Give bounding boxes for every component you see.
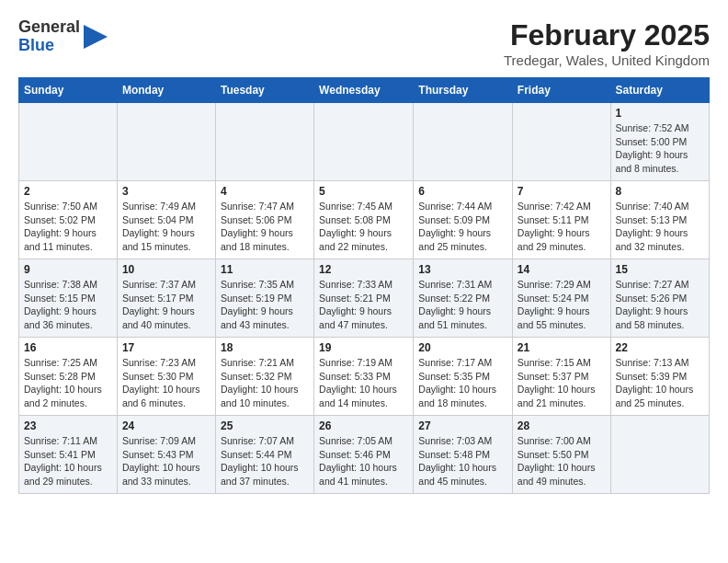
- calendar-cell: 8Sunrise: 7:40 AM Sunset: 5:13 PM Daylig…: [610, 181, 709, 259]
- day-info: Sunrise: 7:35 AM Sunset: 5:19 PM Dayligh…: [221, 278, 309, 332]
- weekday-header-friday: Friday: [512, 78, 610, 103]
- logo-general: General: [18, 17, 80, 36]
- day-info: Sunrise: 7:42 AM Sunset: 5:11 PM Dayligh…: [518, 200, 606, 254]
- logo-blue: Blue: [18, 36, 54, 54]
- calendar-cell: [512, 103, 610, 181]
- day-info: Sunrise: 7:49 AM Sunset: 5:04 PM Dayligh…: [122, 200, 210, 254]
- day-info: Sunrise: 7:17 AM Sunset: 5:35 PM Dayligh…: [418, 356, 507, 410]
- calendar-cell: 18Sunrise: 7:21 AM Sunset: 5:32 PM Dayli…: [215, 338, 313, 416]
- day-number: 11: [221, 263, 309, 276]
- calendar-cell: [19, 103, 118, 181]
- calendar-cell: 26Sunrise: 7:05 AM Sunset: 5:46 PM Dayli…: [314, 416, 414, 494]
- day-info: Sunrise: 7:44 AM Sunset: 5:09 PM Dayligh…: [418, 200, 507, 254]
- day-info: Sunrise: 7:31 AM Sunset: 5:22 PM Dayligh…: [418, 278, 507, 332]
- month-year: February 2025: [504, 18, 710, 52]
- day-info: Sunrise: 7:38 AM Sunset: 5:15 PM Dayligh…: [24, 278, 112, 332]
- day-number: 14: [518, 263, 606, 276]
- day-info: Sunrise: 7:07 AM Sunset: 5:44 PM Dayligh…: [221, 434, 309, 488]
- calendar-cell: 20Sunrise: 7:17 AM Sunset: 5:35 PM Dayli…: [414, 338, 513, 416]
- calendar-cell: 13Sunrise: 7:31 AM Sunset: 5:22 PM Dayli…: [414, 259, 513, 338]
- day-number: 20: [418, 341, 507, 354]
- week-row-3: 9Sunrise: 7:38 AM Sunset: 5:15 PM Daylig…: [19, 259, 710, 338]
- calendar-cell: 9Sunrise: 7:38 AM Sunset: 5:15 PM Daylig…: [19, 259, 118, 338]
- day-info: Sunrise: 7:09 AM Sunset: 5:43 PM Dayligh…: [122, 434, 210, 488]
- logo: General Blue: [18, 18, 109, 55]
- calendar-cell: 7Sunrise: 7:42 AM Sunset: 5:11 PM Daylig…: [512, 181, 610, 259]
- day-number: 25: [221, 419, 309, 432]
- calendar-cell: 14Sunrise: 7:29 AM Sunset: 5:24 PM Dayli…: [512, 259, 610, 338]
- day-number: 19: [319, 341, 408, 354]
- calendar-cell: 25Sunrise: 7:07 AM Sunset: 5:44 PM Dayli…: [215, 416, 313, 494]
- day-number: 24: [122, 419, 210, 432]
- day-number: 23: [24, 419, 112, 432]
- day-number: 22: [616, 341, 704, 354]
- day-info: Sunrise: 7:25 AM Sunset: 5:28 PM Dayligh…: [24, 356, 112, 410]
- week-row-4: 16Sunrise: 7:25 AM Sunset: 5:28 PM Dayli…: [19, 338, 710, 416]
- day-info: Sunrise: 7:27 AM Sunset: 5:26 PM Dayligh…: [616, 278, 704, 332]
- calendar-cell: 2Sunrise: 7:50 AM Sunset: 5:02 PM Daylig…: [19, 181, 118, 259]
- calendar-cell: [414, 103, 513, 181]
- week-row-2: 2Sunrise: 7:50 AM Sunset: 5:02 PM Daylig…: [19, 181, 710, 259]
- logo-icon: [82, 23, 109, 51]
- calendar-cell: 5Sunrise: 7:45 AM Sunset: 5:08 PM Daylig…: [314, 181, 414, 259]
- calendar-cell: 24Sunrise: 7:09 AM Sunset: 5:43 PM Dayli…: [117, 416, 215, 494]
- day-number: 10: [122, 263, 210, 276]
- svg-marker-0: [84, 25, 108, 49]
- day-info: Sunrise: 7:11 AM Sunset: 5:41 PM Dayligh…: [24, 434, 112, 488]
- day-number: 16: [24, 341, 112, 354]
- calendar-cell: 22Sunrise: 7:13 AM Sunset: 5:39 PM Dayli…: [610, 338, 709, 416]
- calendar-cell: 15Sunrise: 7:27 AM Sunset: 5:26 PM Dayli…: [610, 259, 709, 338]
- calendar-cell: 23Sunrise: 7:11 AM Sunset: 5:41 PM Dayli…: [19, 416, 118, 494]
- day-info: Sunrise: 7:19 AM Sunset: 5:33 PM Dayligh…: [319, 356, 408, 410]
- day-info: Sunrise: 7:45 AM Sunset: 5:08 PM Dayligh…: [319, 200, 408, 254]
- calendar-cell: 6Sunrise: 7:44 AM Sunset: 5:09 PM Daylig…: [414, 181, 513, 259]
- calendar-cell: 19Sunrise: 7:19 AM Sunset: 5:33 PM Dayli…: [314, 338, 414, 416]
- day-number: 3: [122, 185, 210, 198]
- calendar-cell: [610, 416, 709, 494]
- calendar-cell: 3Sunrise: 7:49 AM Sunset: 5:04 PM Daylig…: [117, 181, 215, 259]
- day-number: 18: [221, 341, 309, 354]
- day-info: Sunrise: 7:37 AM Sunset: 5:17 PM Dayligh…: [122, 278, 210, 332]
- day-info: Sunrise: 7:21 AM Sunset: 5:32 PM Dayligh…: [221, 356, 309, 410]
- week-row-1: 1Sunrise: 7:52 AM Sunset: 5:00 PM Daylig…: [19, 103, 710, 181]
- calendar-cell: 16Sunrise: 7:25 AM Sunset: 5:28 PM Dayli…: [19, 338, 118, 416]
- weekday-header-sunday: Sunday: [19, 78, 118, 103]
- day-info: Sunrise: 7:23 AM Sunset: 5:30 PM Dayligh…: [122, 356, 210, 410]
- calendar-cell: [117, 103, 215, 181]
- day-number: 17: [122, 341, 210, 354]
- weekday-header-saturday: Saturday: [610, 78, 709, 103]
- calendar-cell: [215, 103, 313, 181]
- day-number: 12: [319, 263, 408, 276]
- calendar: SundayMondayTuesdayWednesdayThursdayFrid…: [18, 77, 710, 494]
- calendar-cell: 28Sunrise: 7:00 AM Sunset: 5:50 PM Dayli…: [512, 416, 610, 494]
- day-info: Sunrise: 7:15 AM Sunset: 5:37 PM Dayligh…: [518, 356, 606, 410]
- day-number: 6: [418, 185, 507, 198]
- day-number: 26: [319, 419, 408, 432]
- title-area: February 2025 Tredegar, Wales, United Ki…: [504, 18, 710, 68]
- calendar-cell: 11Sunrise: 7:35 AM Sunset: 5:19 PM Dayli…: [215, 259, 313, 338]
- day-info: Sunrise: 7:47 AM Sunset: 5:06 PM Dayligh…: [221, 200, 309, 254]
- day-info: Sunrise: 7:29 AM Sunset: 5:24 PM Dayligh…: [518, 278, 606, 332]
- calendar-cell: [314, 103, 414, 181]
- calendar-cell: 12Sunrise: 7:33 AM Sunset: 5:21 PM Dayli…: [314, 259, 414, 338]
- day-info: Sunrise: 7:33 AM Sunset: 5:21 PM Dayligh…: [319, 278, 408, 332]
- weekday-header-monday: Monday: [117, 78, 215, 103]
- calendar-cell: 21Sunrise: 7:15 AM Sunset: 5:37 PM Dayli…: [512, 338, 610, 416]
- day-number: 2: [24, 185, 112, 198]
- day-number: 5: [319, 185, 408, 198]
- day-number: 21: [518, 341, 606, 354]
- day-info: Sunrise: 7:52 AM Sunset: 5:00 PM Dayligh…: [616, 121, 704, 176]
- day-info: Sunrise: 7:03 AM Sunset: 5:48 PM Dayligh…: [418, 434, 507, 488]
- day-number: 28: [518, 419, 606, 432]
- day-number: 8: [616, 185, 704, 198]
- weekday-header-wednesday: Wednesday: [314, 78, 414, 103]
- header: General Blue February 2025 Tredegar, Wal…: [18, 18, 710, 68]
- calendar-cell: 17Sunrise: 7:23 AM Sunset: 5:30 PM Dayli…: [117, 338, 215, 416]
- calendar-cell: 4Sunrise: 7:47 AM Sunset: 5:06 PM Daylig…: [215, 181, 313, 259]
- weekday-header-row: SundayMondayTuesdayWednesdayThursdayFrid…: [19, 78, 710, 103]
- day-info: Sunrise: 7:05 AM Sunset: 5:46 PM Dayligh…: [319, 434, 408, 488]
- day-number: 7: [518, 185, 606, 198]
- day-info: Sunrise: 7:00 AM Sunset: 5:50 PM Dayligh…: [518, 434, 606, 488]
- calendar-cell: 27Sunrise: 7:03 AM Sunset: 5:48 PM Dayli…: [414, 416, 513, 494]
- weekday-header-thursday: Thursday: [414, 78, 513, 103]
